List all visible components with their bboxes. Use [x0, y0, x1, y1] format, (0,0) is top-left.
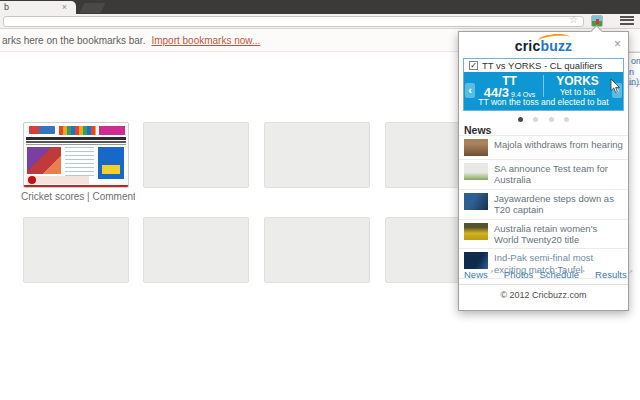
signin-bubble-text-2[interactable]: n in): [629, 67, 640, 87]
site-thumbnail-footer: [27, 176, 89, 184]
site-thumbnail-photo: [27, 147, 61, 174]
footer-link-photos[interactable]: Photos: [504, 268, 540, 280]
site-thumbnail-textcol: [65, 147, 94, 177]
site-thumbnail-rule: [26, 144, 126, 145]
team1-column: TT 44/39.4 Ovs: [476, 75, 544, 97]
external-link-icon: [580, 269, 585, 275]
logo-text-buzz: buzz: [540, 38, 572, 54]
site-thumbnail-logo: [29, 126, 55, 134]
pagination-dot[interactable]: [533, 117, 538, 122]
news-title: SA announce Test team for Australia: [494, 163, 624, 186]
teams-row: TT 44/39.4 Ovs YORKS Yet to bat: [476, 75, 611, 97]
team2-name: YORKS: [544, 75, 611, 87]
close-icon[interactable]: ×: [614, 37, 621, 51]
news-thumbnail: [464, 139, 488, 156]
news-item[interactable]: Jayawardene steps down as T20 captain: [459, 190, 628, 220]
news-title: Australia retain women's World Twenty20 …: [494, 223, 624, 246]
most-visited-tile-empty[interactable]: [264, 122, 370, 188]
cricbuzz-logo: cricbuzz: [459, 38, 628, 54]
site-thumbnail-subnav: [26, 141, 126, 143]
score-widget: TT vs YORKS - CL qualifiers ‹ › TT 44/39…: [463, 58, 624, 111]
site-thumbnail-red-border: [24, 185, 128, 187]
news-list: Majola withdraws from hearing SA announc…: [459, 135, 628, 279]
address-bar-input[interactable]: [3, 16, 584, 27]
external-link-icon: [489, 269, 494, 275]
news-thumbnail: [464, 223, 488, 240]
pagination-dots: [459, 114, 628, 122]
pagination-dot-active[interactable]: [518, 117, 523, 122]
tab-new-tab[interactable]: b ×: [0, 1, 76, 14]
site-thumbnail-ad-strip: [59, 126, 96, 135]
pagination-dot[interactable]: [564, 117, 569, 122]
score-card: ‹ › TT 44/39.4 Ovs YORKS Yet to bat TT w…: [464, 72, 623, 110]
footer-divider: [459, 284, 628, 285]
menu-icon[interactable]: [620, 16, 634, 25]
tile-caption[interactable]: Cricket scores | Commentary, s...: [21, 191, 135, 202]
tab-strip: b ×: [0, 0, 640, 14]
news-item[interactable]: Australia retain women's World Twenty20 …: [459, 220, 628, 250]
news-title: Jayawardene steps down as T20 captain: [494, 193, 624, 216]
most-visited-tile-empty[interactable]: [23, 217, 129, 283]
bookmarks-bar-message: arks here on the bookmarks bar.Import bo…: [2, 35, 260, 46]
tab-title: b: [4, 2, 9, 12]
toolbar: [0, 14, 640, 29]
most-visited-tile-empty[interactable]: [143, 217, 249, 283]
browser-window: b × arks here on the bookmarks bar.Impor…: [0, 0, 640, 400]
bookmark-star-icon[interactable]: [569, 14, 578, 25]
footer-link-label: Photos: [504, 269, 534, 280]
footer-link-label: Results: [595, 269, 627, 280]
most-visited-tile-empty[interactable]: [143, 122, 249, 188]
match-status-line: TT won the toss and elected to bat: [464, 97, 623, 107]
most-visited-tile-empty[interactable]: [264, 217, 370, 283]
tab-close-icon[interactable]: ×: [62, 2, 67, 12]
site-thumbnail-logo-circle: [28, 176, 36, 184]
news-item[interactable]: SA announce Test team for Australia: [459, 160, 628, 190]
footer-link-label: Schedule: [539, 269, 579, 280]
logo-text-cric: cric: [515, 38, 541, 54]
most-visited-tile-cricbuzz[interactable]: [23, 122, 129, 188]
bookmarks-message-text: arks here on the bookmarks bar.: [2, 35, 145, 46]
footer-link-label: News: [464, 269, 488, 280]
pagination-dot[interactable]: [549, 117, 554, 122]
external-link-icon: [628, 269, 633, 275]
copyright-text: © 2012 Cricbuzz.com: [459, 290, 628, 300]
team2-column: YORKS Yet to bat: [544, 75, 611, 97]
chevron-left-icon[interactable]: ‹: [465, 83, 475, 98]
site-thumbnail-navbar: [26, 137, 126, 140]
news-title: Majola withdraws from hearing: [494, 139, 623, 150]
news-thumbnail: [464, 252, 488, 269]
cricbuzz-popup: cricbuzz × TT vs YORKS - CL qualifiers ‹…: [458, 31, 629, 311]
import-bookmarks-link[interactable]: Import bookmarks now...: [151, 35, 260, 46]
news-thumbnail: [464, 193, 488, 210]
site-thumbnail-banner: [99, 126, 125, 135]
footer-link-news[interactable]: News: [464, 268, 494, 280]
new-tab-button[interactable]: [80, 3, 106, 13]
signin-bubble-text-1[interactable]: ome: [631, 56, 640, 66]
news-item[interactable]: Majola withdraws from hearing: [459, 136, 628, 160]
match-checkbox-label: TT vs YORKS - CL qualifiers: [482, 60, 602, 71]
mouse-cursor-icon: [610, 79, 621, 94]
popup-footer-links: News Photos Schedule Results: [459, 268, 628, 280]
extension-icon-figure: [596, 19, 599, 24]
footer-link-results[interactable]: Results: [595, 268, 633, 280]
site-thumbnail-ad: [98, 147, 124, 179]
site-thumbnail-ad-yellow: [102, 165, 120, 174]
match-checkbox[interactable]: [469, 61, 478, 70]
news-thumbnail: [464, 163, 488, 180]
match-toggle-row: TT vs YORKS - CL qualifiers: [464, 59, 623, 72]
footer-link-schedule[interactable]: Schedule: [539, 268, 585, 280]
